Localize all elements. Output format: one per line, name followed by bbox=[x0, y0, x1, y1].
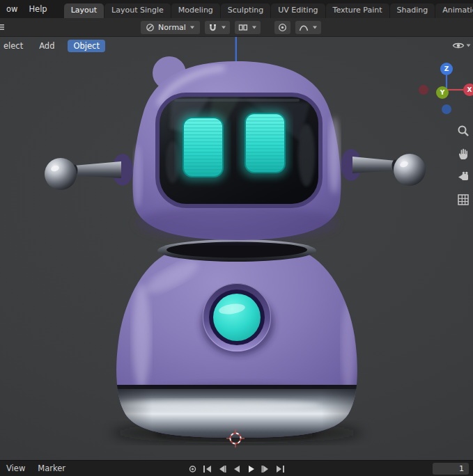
play-icon bbox=[247, 465, 256, 473]
tab-layout-single[interactable]: Layout Single bbox=[104, 3, 171, 18]
workspace-tabs: Layout Layout Single Modeling Sculpting … bbox=[64, 0, 473, 18]
current-frame-field[interactable]: 1 bbox=[433, 463, 469, 475]
menu-view[interactable]: View bbox=[6, 463, 25, 473]
jump-to-start-button[interactable] bbox=[201, 463, 214, 475]
play-button[interactable] bbox=[245, 463, 258, 475]
jump-end-icon bbox=[276, 465, 285, 473]
next-keyframe-icon bbox=[261, 465, 270, 473]
tab-modeling[interactable]: Modeling bbox=[171, 3, 220, 18]
orientation-axis-icon bbox=[146, 23, 155, 32]
chevron-down-icon bbox=[189, 26, 195, 29]
proportional-editing-toggle[interactable] bbox=[274, 21, 290, 34]
record-button[interactable] bbox=[187, 463, 199, 475]
gizmo-neg-x[interactable] bbox=[419, 85, 428, 95]
menu-window[interactable]: ow bbox=[2, 2, 22, 16]
tool-settings-bar: Normal bbox=[0, 18, 473, 37]
playback-controls bbox=[187, 461, 287, 476]
chevron-down-icon bbox=[466, 44, 471, 47]
transform-snap-controls: Normal bbox=[141, 21, 321, 34]
next-keyframe-button[interactable] bbox=[260, 463, 272, 475]
main-menus: ow Help bbox=[0, 2, 52, 16]
snap-dropdown[interactable] bbox=[205, 21, 230, 34]
menu-select[interactable]: elect bbox=[1, 40, 26, 52]
antenna-left bbox=[45, 154, 133, 190]
previous-keyframe-button[interactable] bbox=[216, 463, 228, 475]
snap-with-dropdown[interactable] bbox=[235, 21, 261, 34]
transform-orientation-dropdown[interactable]: Normal bbox=[141, 21, 200, 34]
camera-view-icon[interactable] bbox=[456, 169, 471, 184]
visibility-dropdown[interactable] bbox=[452, 41, 471, 50]
viewport-side-tools bbox=[456, 123, 471, 207]
robot-head bbox=[133, 61, 341, 241]
eye-icon bbox=[452, 41, 465, 50]
orthographic-grid-icon[interactable] bbox=[456, 192, 471, 207]
tab-uv-editing[interactable]: UV Editing bbox=[271, 3, 325, 18]
zoom-tool-icon[interactable] bbox=[456, 123, 471, 138]
record-icon bbox=[188, 465, 197, 473]
tab-shading[interactable]: Shading bbox=[390, 3, 435, 18]
robot[interactable] bbox=[45, 56, 426, 447]
increment-snap-icon bbox=[238, 23, 248, 32]
tab-animation[interactable]: Animation bbox=[435, 3, 473, 18]
menu-help[interactable]: Help bbox=[24, 2, 51, 16]
timeline-bar: View Marker bbox=[0, 460, 473, 476]
robot-screen bbox=[155, 93, 323, 208]
tab-sculpting[interactable]: Sculpting bbox=[221, 3, 270, 18]
neck-rim bbox=[157, 239, 316, 262]
jump-to-end-button[interactable] bbox=[274, 463, 287, 475]
gizmo-y-label: Y bbox=[440, 89, 445, 96]
viewport-header: elect Add Object bbox=[0, 37, 473, 54]
scene-robot[interactable] bbox=[0, 37, 473, 460]
chevron-down-icon bbox=[251, 26, 257, 29]
proportional-editing-icon bbox=[278, 23, 287, 32]
editor-type-icon[interactable] bbox=[0, 22, 6, 32]
play-reverse-icon bbox=[232, 465, 241, 473]
antenna-right bbox=[341, 149, 426, 186]
menu-add[interactable]: Add bbox=[36, 40, 57, 52]
falloff-curve-icon bbox=[299, 23, 309, 32]
timeline-menus: View Marker bbox=[0, 463, 65, 473]
magnet-icon bbox=[208, 23, 217, 32]
menu-marker[interactable]: Marker bbox=[38, 463, 65, 473]
viewport-3d[interactable]: elect Add Object Z X Y bbox=[0, 37, 473, 460]
robot-eye-right bbox=[245, 113, 285, 173]
gizmo-neg-z[interactable] bbox=[442, 104, 451, 114]
topbar: ow Help Layout Layout Single Modeling Sc… bbox=[0, 0, 473, 18]
falloff-dropdown[interactable] bbox=[295, 21, 321, 34]
current-frame-value: 1 bbox=[459, 464, 464, 473]
tab-layout[interactable]: Layout bbox=[64, 3, 104, 18]
orientation-label: Normal bbox=[158, 23, 186, 32]
chevron-down-icon bbox=[221, 26, 226, 29]
gizmo-x-label: X bbox=[467, 86, 472, 93]
pan-hand-icon[interactable] bbox=[456, 146, 471, 161]
gizmo-z-label: Z bbox=[444, 65, 449, 72]
menu-object[interactable]: Object bbox=[68, 40, 104, 52]
play-reverse-button[interactable] bbox=[231, 463, 243, 475]
hamburger-lines-icon bbox=[0, 22, 6, 32]
tab-texture-paint[interactable]: Texture Paint bbox=[326, 3, 389, 18]
jump-start-icon bbox=[203, 465, 212, 473]
prev-keyframe-icon bbox=[217, 465, 226, 473]
blender-window: ow Help Layout Layout Single Modeling Sc… bbox=[0, 0, 473, 476]
navigation-gizmo[interactable]: Z X Y bbox=[419, 62, 473, 116]
robot-eye-left bbox=[183, 118, 223, 177]
chevron-down-icon bbox=[312, 26, 318, 29]
